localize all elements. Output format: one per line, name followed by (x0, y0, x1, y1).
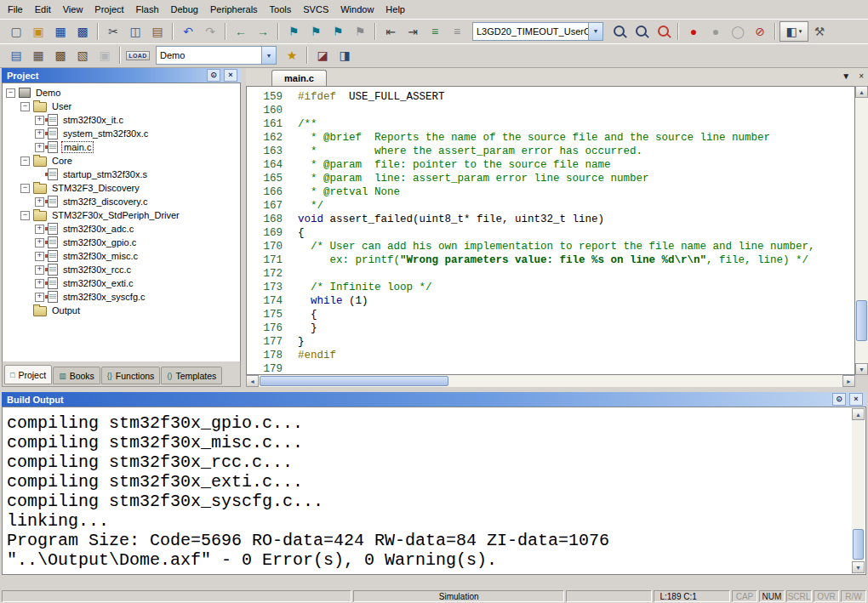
find-button[interactable] (652, 21, 674, 42)
tree-item-stm32f30x-exti-c[interactable]: +stm32f30x_exti.c (3, 276, 240, 290)
code-line[interactable]: 179 (247, 362, 854, 375)
tree-item-main-c[interactable]: +main.c (3, 140, 240, 154)
tree-item-stm32f30x-syscfg-c[interactable]: +stm32f30x_syscfg.c (3, 290, 240, 304)
code-line[interactable]: 175 { (247, 308, 854, 321)
code-line[interactable]: 162 * @brief Reports the name of the sou… (247, 131, 854, 145)
code-line[interactable]: 177} (247, 335, 854, 349)
code-line[interactable]: 171 ex: printf("Wrong parameters value: … (247, 253, 854, 267)
download-to-flash-button[interactable]: LOAD (124, 45, 151, 65)
code-line[interactable]: 163 * where the assert_param error has o… (247, 145, 854, 158)
incremental-find-button[interactable] (630, 21, 652, 42)
code-line[interactable]: 168void assert_failed(uint8_t* file, uin… (247, 213, 854, 226)
build-target-button[interactable]: ▦ (27, 45, 49, 65)
stop-build-button[interactable]: ▣ (94, 45, 116, 65)
next-bookmark-button[interactable]: ⚑ (327, 21, 349, 42)
tree-expander-icon[interactable]: − (20, 211, 30, 220)
code-editor[interactable]: 159#ifdef USE_FULL_ASSERT160161/**162 * … (246, 86, 855, 375)
tree-item-stm32f30x-gpio-c[interactable]: +stm32f30x_gpio.c (3, 236, 240, 249)
tree-expander-icon[interactable]: − (6, 88, 15, 98)
tree-item-system-stm32f30x-c[interactable]: +system_stm32f30x.c (3, 127, 240, 140)
target-combo[interactable]: Demo▼ (156, 46, 277, 65)
save-all-button[interactable]: ▩ (71, 21, 94, 42)
code-line[interactable]: 160 (247, 104, 854, 117)
window-layout-button[interactable]: ◧▾ (779, 21, 808, 42)
menu-window[interactable]: Window (334, 2, 380, 17)
enable-disable-breakpoint-button[interactable]: ● (705, 21, 727, 42)
tree-expander-icon[interactable]: + (35, 225, 44, 234)
copy-button[interactable]: ◫ (124, 21, 146, 42)
tree-item-stm32f30x-adc-c[interactable]: +stm32f30x_adc.c (3, 222, 240, 236)
tree-expander-icon[interactable]: + (35, 197, 44, 207)
new-file-button[interactable]: ▢ (5, 21, 27, 42)
disable-all-breakpoints-button[interactable]: ◯ (727, 21, 749, 42)
uncomment-selection-button[interactable]: ≡ (446, 21, 468, 42)
code-line[interactable]: 166 * @retval None (247, 185, 854, 199)
tree-expander-icon[interactable]: + (35, 279, 44, 288)
tree-item-stm32f30x-it-c[interactable]: +stm32f30x_it.c (3, 113, 240, 127)
menu-flash[interactable]: Flash (130, 2, 165, 17)
editor-vscroll-thumb[interactable] (856, 300, 867, 341)
find-in-files-button[interactable] (608, 21, 630, 42)
tree-expander-icon[interactable]: − (20, 156, 30, 166)
build-output-scrollbar[interactable]: ▲ ▼ (852, 408, 865, 573)
tree-item-startup-stm32f30x-s[interactable]: startup_stm32f30x.s (3, 168, 240, 181)
kill-all-breakpoints-button[interactable]: ⊘ (749, 21, 771, 42)
menu-debug[interactable]: Debug (165, 2, 204, 17)
clear-all-bookmarks-button[interactable]: ⚑ (349, 21, 371, 42)
file-extensions-books-button[interactable]: ◨ (334, 45, 356, 65)
menu-help[interactable]: Help (380, 2, 411, 17)
tree-item-demo[interactable]: −Demo (3, 86, 240, 100)
insert-remove-breakpoint-button[interactable]: ● (682, 21, 705, 42)
menu-project[interactable]: Project (89, 2, 129, 17)
close-icon[interactable]: × (224, 69, 237, 82)
code-line[interactable]: 169{ (247, 226, 854, 240)
menu-file[interactable]: File (2, 2, 29, 17)
scroll-left-icon[interactable]: ◄ (246, 375, 259, 387)
tree-expander-icon[interactable]: + (35, 265, 44, 275)
editor-horizontal-scrollbar[interactable]: ◄ ► (246, 375, 855, 387)
tree-item-stm32f30x-stdperiph-driver[interactable]: −STM32F30x_StdPeriph_Driver (3, 208, 240, 222)
menu-tools[interactable]: Tools (264, 2, 298, 17)
tree-item-stm32f3-discovery[interactable]: −STM32F3_Discovery (3, 181, 240, 195)
scroll-down-icon[interactable]: ▼ (855, 363, 868, 375)
navigate-forward-button[interactable]: → (252, 21, 274, 42)
code-line[interactable]: 167 */ (247, 199, 854, 213)
tree-expander-icon[interactable]: + (35, 116, 44, 125)
translate-file-button[interactable]: ▤ (5, 45, 27, 65)
code-line[interactable]: 178#endif (247, 349, 854, 362)
code-line[interactable]: 165 * @param line: assert_param error li… (247, 172, 854, 185)
code-line[interactable]: 161/** (247, 117, 854, 131)
tree-item-core[interactable]: −Core (3, 154, 240, 168)
panel-tab-books[interactable]: ▥Books (53, 367, 100, 384)
insert-remove-bookmark-button[interactable]: ⚑ (283, 21, 305, 42)
open-file-button[interactable]: ▣ (27, 21, 49, 42)
code-line[interactable]: 174 while (1) (247, 294, 854, 308)
comment-selection-button[interactable]: ≡ (424, 21, 446, 42)
menu-edit[interactable]: Edit (29, 2, 57, 17)
pin-icon[interactable]: ⊙ (207, 69, 220, 82)
unindent-button[interactable]: ⇤ (380, 21, 402, 42)
scroll-down-icon[interactable]: ▼ (852, 561, 865, 573)
code-line[interactable]: 164 * @param file: pointer to the source… (247, 158, 854, 172)
tree-expander-icon[interactable]: + (35, 252, 44, 261)
tree-expander-icon[interactable]: − (20, 184, 30, 193)
scroll-up-icon[interactable]: ▲ (855, 86, 868, 98)
code-line[interactable]: 172 (247, 267, 854, 281)
editor-vertical-scrollbar[interactable]: ▲ ▼ (855, 86, 868, 375)
navigate-back-button[interactable]: ← (230, 21, 252, 42)
menu-svcs[interactable]: SVCS (297, 2, 334, 17)
code-line[interactable]: 159#ifdef USE_FULL_ASSERT (247, 90, 854, 104)
tree-expander-icon[interactable]: + (35, 129, 44, 139)
chevron-down-icon[interactable]: ▼ (588, 23, 602, 40)
configure-button[interactable]: ⚒ (808, 21, 831, 42)
manage-project-items-button[interactable]: ◪ (311, 45, 334, 65)
editor-hscroll-thumb[interactable] (260, 376, 448, 386)
code-line[interactable]: 170 /* User can add his own implementati… (247, 240, 854, 253)
save-button[interactable]: ▦ (49, 21, 71, 42)
build-output-scroll-thumb[interactable] (853, 529, 864, 560)
rebuild-all-target-files-button[interactable]: ▩ (49, 45, 71, 65)
tree-item-stm32f30x-misc-c[interactable]: +stm32f30x_misc.c (3, 249, 240, 263)
chevron-down-icon[interactable]: ▼ (261, 47, 276, 64)
panel-tab-project[interactable]: □Project (4, 365, 52, 384)
code-line[interactable]: 176 } (247, 321, 854, 335)
